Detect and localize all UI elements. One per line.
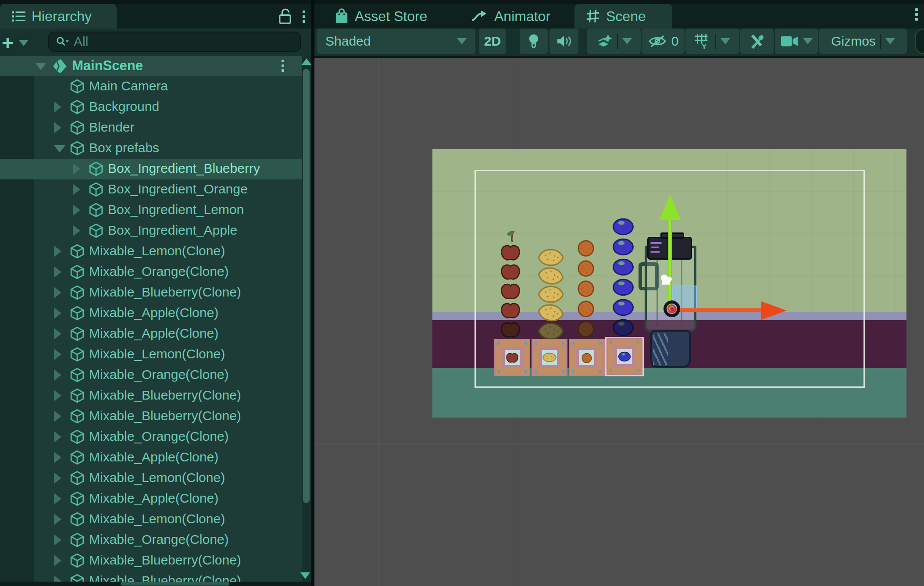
apple-sprite[interactable] (499, 281, 522, 301)
tree-row[interactable]: Box prefabs (0, 138, 302, 159)
vertical-scrollbar[interactable] (302, 56, 311, 582)
scroll-up-icon[interactable] (302, 58, 311, 65)
panel-splitter[interactable] (311, 0, 314, 586)
blueberry-crate[interactable] (606, 338, 642, 375)
expander-open-icon[interactable] (54, 145, 65, 153)
expander-collapsed-icon[interactable] (54, 452, 61, 463)
apple-crate[interactable] (494, 339, 530, 376)
hierarchy-menu-kebab-icon[interactable] (303, 11, 305, 23)
horizontal-scrollbar-thumb[interactable] (121, 582, 229, 586)
expander-collapsed-icon[interactable] (54, 411, 61, 422)
add-gameobject-button[interactable]: + (2, 34, 32, 52)
tree-row[interactable]: Mixable_Apple(Clone) (0, 324, 302, 344)
grid-visibility-dropdown[interactable] (685, 29, 739, 54)
tree-row[interactable]: Box_Ingredient_Apple (0, 221, 302, 241)
expander-collapsed-icon[interactable] (73, 163, 80, 175)
scene-search-input[interactable] (915, 29, 924, 54)
tree-row[interactable]: Mixable_Orange(Clone) (0, 427, 302, 447)
tree-row[interactable]: Box_Ingredient_Lemon (0, 200, 302, 221)
tree-row[interactable]: Mixable_Apple(Clone) (0, 303, 302, 324)
orange-crate[interactable] (569, 339, 605, 376)
expander-collapsed-icon[interactable] (54, 514, 61, 525)
tree-row[interactable]: Mixable_Blueberry(Clone) (0, 386, 302, 406)
blueberry-sprite[interactable] (610, 318, 636, 338)
hierarchy-search-input[interactable]: All (48, 32, 301, 52)
expander-collapsed-icon[interactable] (73, 184, 80, 195)
expander-collapsed-icon[interactable] (54, 328, 61, 339)
tree-row[interactable]: Background (0, 97, 302, 118)
tree-row[interactable]: Mixable_Lemon(Clone) (0, 468, 302, 489)
expander-collapsed-icon[interactable] (54, 287, 61, 298)
tree-row[interactable]: Mixable_Apple(Clone) (0, 489, 302, 509)
horizontal-scrollbar[interactable] (0, 582, 311, 586)
tab-hierarchy[interactable]: Hierarchy (0, 4, 117, 29)
lemon-sprite[interactable] (536, 322, 566, 341)
tree-row[interactable]: Mixable_Orange(Clone) (0, 262, 302, 282)
expander-collapsed-icon[interactable] (54, 349, 61, 360)
scene-row-kebab-icon[interactable] (282, 60, 284, 72)
expander-collapsed-icon[interactable] (54, 122, 61, 133)
tree-row[interactable]: Mixable_Blueberry(Clone) (0, 406, 302, 427)
tree-row[interactable]: Mixable_Apple(Clone) (0, 447, 302, 468)
orange-sprite[interactable] (574, 236, 598, 259)
gizmo-x-axis[interactable] (671, 308, 762, 312)
expander-collapsed-icon[interactable] (54, 266, 61, 278)
scene-viewport[interactable] (314, 58, 924, 586)
render-mode-dropdown[interactable]: Shaded (317, 29, 475, 54)
apple-sprite[interactable] (499, 300, 522, 320)
expander-collapsed-icon[interactable] (54, 555, 61, 566)
expander-collapsed-icon[interactable] (54, 472, 61, 484)
tab-animator[interactable]: Animator (459, 4, 562, 29)
expander-collapsed-icon[interactable] (54, 101, 61, 113)
camera-dropdown-button[interactable] (775, 29, 818, 54)
expander-collapsed-icon[interactable] (73, 225, 80, 236)
apple-sprite[interactable] (499, 242, 522, 262)
hidden-objects-button[interactable]: 0 (642, 29, 685, 54)
gizmo-y-axis[interactable] (668, 219, 672, 310)
scene-menu-kebab-icon[interactable] (915, 8, 918, 21)
tree-row[interactable]: Box_Ingredient_Orange (0, 179, 302, 200)
blueberry-sprite[interactable] (610, 237, 636, 257)
tools-button[interactable] (740, 29, 774, 54)
tree-row[interactable]: Mixable_Orange(Clone) (0, 365, 302, 386)
orange-sprite[interactable] (574, 317, 598, 339)
expander-collapsed-icon[interactable] (54, 307, 61, 319)
tab-asset-store[interactable]: Asset Store (323, 4, 439, 29)
gizmos-dropdown-button[interactable]: Gizmos (819, 29, 907, 54)
blueberry-sprite[interactable] (610, 277, 636, 297)
tab-scene[interactable]: Scene (574, 4, 672, 29)
tree-row[interactable]: Blender (0, 118, 302, 138)
expander-collapsed-icon[interactable] (54, 534, 61, 546)
blueberry-sprite[interactable] (610, 257, 636, 277)
expander-collapsed-icon[interactable] (54, 431, 61, 443)
orange-sprite[interactable] (574, 297, 598, 319)
tree-row[interactable]: Mixable_Blueberry(Clone) (0, 550, 302, 571)
expander-collapsed-icon[interactable] (54, 493, 61, 504)
tree-row[interactable]: Main Camera (0, 76, 302, 97)
2d-toggle-button[interactable]: 2D (479, 29, 506, 54)
expander-collapsed-icon[interactable] (73, 204, 80, 216)
apple-sprite[interactable] (499, 319, 522, 339)
gizmo-pivot[interactable] (664, 300, 680, 317)
expander-collapsed-icon[interactable] (54, 575, 61, 582)
tree-row[interactable]: Mixable_Lemon(Clone) (0, 509, 302, 530)
audio-toggle-button[interactable] (549, 29, 578, 54)
orange-sprite[interactable] (574, 256, 598, 279)
tree-row[interactable]: Mixable_Orange(Clone) (0, 530, 302, 550)
scene-root-row[interactable]: MainScene (0, 56, 302, 76)
lemon-crate[interactable] (532, 339, 567, 376)
blueberry-sprite[interactable] (610, 217, 636, 237)
orange-sprite[interactable] (574, 276, 598, 299)
vertical-scrollbar-thumb[interactable] (303, 69, 310, 503)
unlock-icon[interactable] (278, 8, 292, 25)
tree-row[interactable]: Mixable_Blueberry(Clone) (0, 282, 302, 303)
tree-row[interactable]: Box_Ingredient_Blueberry (0, 159, 302, 179)
tree-row[interactable]: Mixable_Lemon(Clone) (0, 344, 302, 365)
scroll-down-icon[interactable] (300, 572, 310, 579)
expander-collapsed-icon[interactable] (54, 369, 61, 381)
effects-dropdown-button[interactable] (587, 29, 641, 54)
lighting-toggle-button[interactable] (520, 29, 548, 54)
expander-collapsed-icon[interactable] (54, 390, 61, 401)
expander-collapsed-icon[interactable] (54, 246, 61, 257)
apple-sprite[interactable] (499, 261, 522, 282)
